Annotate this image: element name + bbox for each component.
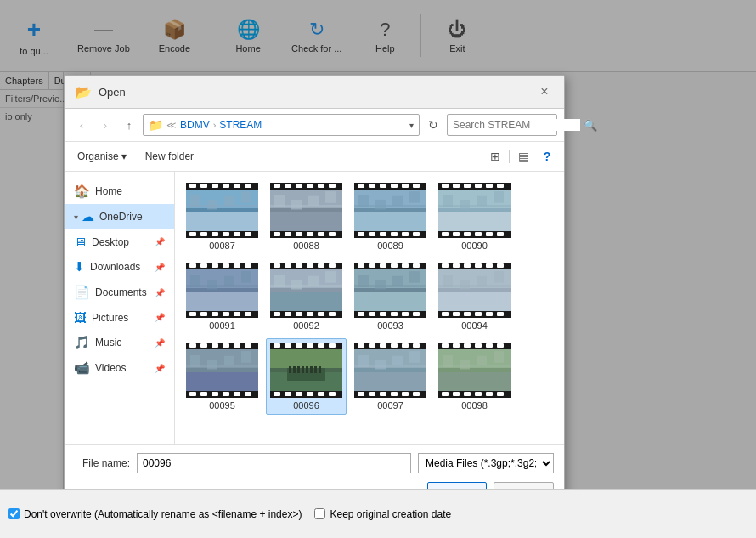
refresh-button[interactable]: ↻ — [423, 115, 443, 135]
sidebar-item-desktop[interactable]: 🖥 Desktop 📌 — [65, 229, 174, 254]
search-icon: 🔍 — [584, 119, 597, 132]
file-item[interactable]: 00092 — [266, 258, 347, 335]
dont-overwrite-checkbox[interactable] — [8, 508, 20, 519]
svg-rect-179 — [453, 312, 460, 316]
svg-rect-152 — [391, 263, 398, 268]
sidebar-item-videos[interactable]: 📹 Videos 📌 — [65, 355, 174, 381]
dialog-close-button[interactable]: × — [535, 82, 554, 101]
file-item[interactable]: 00097 — [350, 338, 431, 415]
svg-rect-230 — [296, 392, 302, 396]
svg-rect-252 — [369, 392, 375, 396]
svg-rect-169 — [494, 271, 504, 283]
svg-rect-131 — [329, 263, 336, 268]
svg-rect-54 — [409, 191, 420, 203]
filename-input[interactable] — [137, 453, 411, 473]
svg-rect-246 — [369, 343, 375, 348]
file-item[interactable]: 00088 — [266, 178, 347, 255]
breadcrumb-folder-icon: 📁 — [149, 118, 163, 132]
svg-rect-76 — [477, 196, 487, 206]
svg-rect-199 — [234, 343, 240, 348]
svg-rect-187 — [186, 372, 258, 391]
file-item[interactable]: 00095 — [182, 338, 262, 415]
svg-rect-195 — [189, 343, 196, 348]
svg-rect-111 — [212, 312, 218, 316]
sidebar-item-pictures[interactable]: 🖼 Pictures 📌 — [65, 305, 174, 330]
sidebar-home-label: Home — [95, 185, 122, 197]
sidebar-item-downloads[interactable]: ⬇ Downloads 📌 — [65, 254, 174, 280]
organise-button[interactable]: Organise ▾ — [71, 147, 133, 166]
svg-rect-88 — [464, 232, 471, 236]
forward-button[interactable]: › — [95, 115, 116, 135]
sidebar-item-home[interactable]: 🏠 Home — [65, 178, 174, 204]
svg-rect-273 — [497, 343, 504, 348]
search-input[interactable] — [453, 119, 580, 131]
svg-rect-3 — [186, 212, 258, 231]
svg-rect-237 — [354, 372, 426, 391]
dialog-body: 🏠 Home ▾ ☁ OneDrive 🖥 Desktop 📌 ⬇ Downlo… — [65, 172, 564, 444]
svg-rect-43 — [307, 232, 313, 236]
svg-rect-75 — [460, 200, 470, 209]
sidebar-item-onedrive[interactable]: ▾ ☁ OneDrive — [65, 204, 174, 229]
svg-rect-62 — [413, 184, 420, 188]
svg-rect-129 — [307, 263, 313, 268]
view-details-button[interactable]: ▤ — [513, 146, 533, 167]
file-item[interactable]: 00091 — [182, 258, 262, 335]
new-folder-button[interactable]: New folder — [139, 147, 200, 166]
svg-rect-276 — [464, 392, 471, 396]
file-item[interactable]: 00089 — [350, 178, 431, 255]
svg-rect-85 — [497, 184, 504, 188]
svg-rect-216 — [306, 366, 308, 373]
breadcrumb-bar: 📁 ≪ BDMV › STREAM ▾ — [143, 114, 420, 136]
sidebar-item-documents[interactable]: 📄 Documents 📌 — [65, 280, 174, 305]
bottom-bar: Don't overwrite (Automatically rename as… — [0, 489, 756, 538]
svg-rect-113 — [234, 312, 240, 316]
file-item[interactable]: 00096 — [266, 338, 347, 415]
svg-rect-135 — [307, 312, 313, 316]
svg-rect-151 — [380, 263, 386, 268]
file-item[interactable]: 00090 — [434, 178, 515, 255]
svg-rect-189 — [190, 355, 200, 367]
svg-rect-61 — [402, 184, 409, 188]
svg-rect-112 — [223, 312, 229, 316]
svg-rect-196 — [200, 343, 207, 348]
file-item[interactable]: 00087 — [182, 178, 262, 255]
svg-rect-87 — [453, 232, 460, 236]
view-toggle-button[interactable]: ⊞ — [485, 146, 505, 167]
back-button[interactable]: ‹ — [71, 115, 92, 135]
breadcrumb-sep-2: › — [213, 120, 217, 130]
svg-rect-209 — [270, 349, 342, 368]
breadcrumb-sep-1: ≪ — [166, 120, 177, 131]
svg-rect-265 — [494, 351, 504, 363]
file-label: 00095 — [209, 400, 235, 411]
file-item[interactable]: 00093 — [350, 258, 431, 335]
svg-rect-95 — [186, 292, 258, 311]
file-label: 00088 — [293, 241, 319, 251]
svg-rect-254 — [391, 392, 398, 396]
filetype-select[interactable]: Media Files (*.3gp;*.3g2;*.avi;)All File… — [418, 453, 554, 473]
keep-original-checkbox[interactable] — [314, 508, 325, 519]
file-item[interactable]: 00098 — [434, 338, 515, 415]
breadcrumb-stream[interactable]: STREAM — [219, 119, 262, 131]
breadcrumb-dropdown-button[interactable]: ▾ — [409, 121, 414, 130]
svg-rect-106 — [223, 263, 229, 268]
svg-rect-134 — [296, 312, 302, 316]
file-label: 00092 — [293, 320, 319, 331]
file-item[interactable]: 00094 — [434, 258, 515, 335]
help-view-button[interactable]: ? — [537, 146, 557, 167]
svg-rect-77 — [494, 191, 504, 203]
svg-rect-6 — [207, 200, 217, 209]
svg-rect-30 — [308, 196, 319, 206]
file-label: 00091 — [209, 320, 235, 331]
sidebar-item-music[interactable]: 🎵 Music 📌 — [65, 330, 174, 355]
svg-rect-26 — [270, 212, 342, 231]
up-button[interactable]: ↑ — [119, 115, 139, 135]
svg-rect-45 — [329, 232, 336, 236]
breadcrumb-bdmv[interactable]: BDMV — [180, 119, 210, 131]
svg-rect-225 — [307, 343, 313, 348]
svg-rect-52 — [375, 200, 386, 209]
svg-rect-80 — [442, 184, 449, 188]
svg-rect-268 — [442, 343, 449, 348]
svg-rect-159 — [402, 312, 409, 316]
dialog-title-text: Open — [99, 86, 126, 99]
svg-rect-245 — [358, 343, 364, 348]
